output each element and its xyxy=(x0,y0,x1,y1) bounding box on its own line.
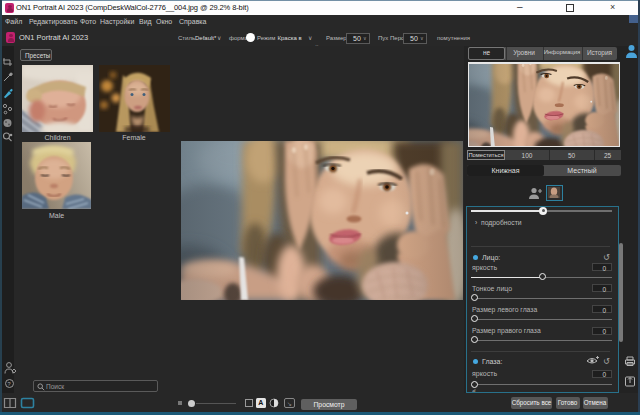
svg-text:?: ? xyxy=(8,381,11,387)
